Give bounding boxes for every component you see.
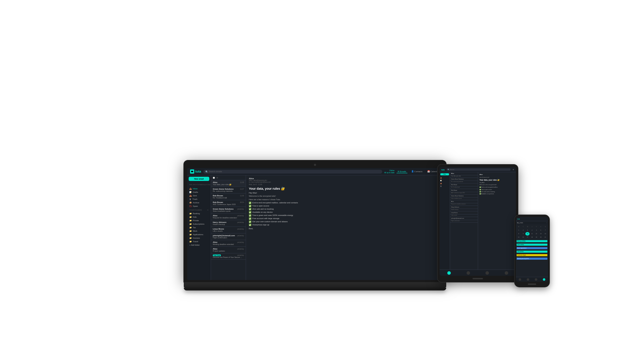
feature-6: ✅ Free account with large storage (249, 217, 440, 220)
tablet-trash-item[interactable]: 🗑 (440, 185, 450, 188)
phone-home-button[interactable] (528, 284, 536, 285)
phone-event-5[interactable]: Conference Japan (517, 254, 547, 256)
sidebar-item-drafts[interactable]: 📝 Drafts (187, 190, 211, 194)
tablet-inbox-item[interactable]: 📥 (440, 176, 450, 179)
tablet-list-item-3[interactable]: Rob Brown (450, 183, 478, 187)
phone-calendar-icon[interactable] (543, 278, 545, 281)
email-item-alice-2[interactable]: Alice yesterday Request for deadline ext… (211, 214, 246, 220)
email-item-greenhoме[interactable]: Green Home Solutions 11:07 Re: outsourci… (211, 187, 246, 194)
tablet-list-item-8[interactable]: Linus Bronx (450, 211, 478, 215)
folder-icon: 📁 (189, 237, 192, 239)
phone-event-3[interactable]: Doctor appointment (517, 247, 547, 249)
sidebar-item-sent[interactable]: 📤 Sent (187, 194, 211, 197)
phone-contacts-icon[interactable] (535, 278, 537, 281)
tablet-bezel: tuta 🔍 Search ⚙ New 📥 📝 📤 🗑 (438, 164, 518, 282)
tablet-app-header: tuta 🔍 Search ⚙ (440, 167, 516, 172)
sidebar-item-subscriptions[interactable]: 📁 Subscriptions (187, 222, 211, 226)
tablet-mail-icon[interactable] (447, 271, 451, 275)
tablet-calendar-icon[interactable] (505, 271, 508, 275)
add-folder-button[interactable]: + Add folder (187, 243, 211, 247)
tablet-contacts-icon[interactable] (485, 271, 489, 275)
tablet-email-app: tuta 🔍 Search ⚙ New 📥 📝 📤 🗑 (440, 167, 516, 276)
tablet-list-item-6[interactable]: Alice (450, 200, 478, 203)
feature-3: ✅ Zero ads and no tracking (249, 208, 440, 210)
logo-text: tuta (195, 170, 201, 173)
feature-5: ✅ Tuta is green and uses 100% renewable … (249, 214, 440, 217)
sidebar-item-travel[interactable]: 📁 Travel (187, 240, 211, 243)
tablet: tuta 🔍 Search ⚙ New 📥 📝 📤 🗑 (438, 164, 518, 282)
tablet-content: Alice alice@tutanota.de Your data, your … (478, 172, 516, 270)
edit-folders-icon[interactable]: ✏ (207, 209, 209, 211)
tab-emails[interactable]: ✉ Emails (397, 170, 407, 173)
filter-icon[interactable]: ⚙ (216, 176, 218, 179)
tablet-list-item-4[interactable]: Rob Brown (450, 189, 478, 192)
tablet-new-email[interactable]: New (440, 173, 449, 175)
phone-event-1[interactable]: Meeting with Alice (517, 240, 547, 242)
sidebar-item-trash[interactable]: 🗑 Trash (187, 197, 211, 201)
tab-contacts[interactable]: 👤 Contacts (410, 170, 424, 173)
select-all-checkbox[interactable] (213, 177, 215, 179)
email-item-linus[interactable]: Linus Bronx yesterday Lilly's results (211, 227, 246, 233)
sidebar-account: MAX.MUSTERMANN@TUTA.COM (187, 183, 211, 186)
tablet-search-icon[interactable] (467, 271, 470, 275)
laptop: tuta 🔍 Search emails Online All up to da… (184, 160, 446, 290)
email-item-green-2[interactable]: Green Home Solutions yesterday Solar ins… (211, 207, 246, 214)
email-item-rob-2[interactable]: Rob Brown 08:54 ANC Conference Japan 202… (211, 200, 246, 207)
tablet-list-item-2[interactable]: Green Home Solutions (450, 178, 478, 181)
email-app: tuta 🔍 Search emails Online All up to da… (187, 168, 443, 280)
sidebar-item-archive[interactable]: 📦 Archive (187, 201, 211, 204)
tablet-list-item-1[interactable]: Alice (450, 172, 478, 175)
search-placeholder: Search emails (209, 170, 222, 173)
phone-cal-row-3: 15 16 17 18 19 20 21 (517, 236, 547, 239)
laptop-bezel: tuta 🔍 Search emails Online All up to da… (184, 160, 446, 282)
sidebar-item-private[interactable]: 📁 Private (187, 219, 211, 222)
email-item-harry[interactable]: Harry Johnson yesterday Health checkup (211, 220, 246, 227)
phone-search-icon[interactable] (527, 278, 529, 281)
email-item-alice-1[interactable]: Alice 11:08 Your data, your rules 🔐 (211, 180, 246, 187)
tablet-drafts-item[interactable]: 📝 (440, 179, 450, 182)
tablet-search[interactable]: 🔍 Search (447, 168, 511, 171)
tablet-body: New 📥 📝 📤 🗑 Alice Your data, your rules … (440, 172, 516, 270)
sidebar-item-kids[interactable]: 📁 Kids (187, 215, 211, 219)
email-item-rob-1[interactable]: Rob Brown 11:06 Re: Feedback talk (211, 194, 246, 200)
folder-icon: 📁 (189, 230, 192, 232)
email-date: Wed, Jun 5 · 11:08 (249, 184, 440, 186)
tablet-home-button[interactable] (472, 278, 483, 279)
phone-event-6[interactable]: Security green & get free (517, 258, 547, 260)
sidebar-item-invoices[interactable]: 📁 Invoices (187, 236, 211, 240)
app-body: New email MAX.MUSTERMANN@TUTA.COM 📥 Inbo… (187, 175, 443, 280)
tablet-sent-item[interactable]: 📤 (440, 182, 450, 185)
sidebar-item-spam[interactable]: 🚫 Spam (187, 204, 211, 208)
tablet-list-item-7[interactable]: Harry Johnson (450, 206, 478, 209)
sent-icon: 📤 (189, 195, 192, 197)
tablet-screen: tuta 🔍 Search ⚙ New 📥 📝 📤 🗑 (440, 167, 516, 276)
email-content: Alice Alice <alice@tutanota.de> to: max.… (246, 175, 443, 280)
tablet-list-item-9[interactable]: johnright@tutamail.com (450, 217, 478, 220)
email-content-header: Alice Alice <alice@tutanota.de> to: max.… (249, 177, 440, 186)
sidebar-item-banking[interactable]: 📁 Banking (187, 212, 211, 215)
drafts-icon: 📝 (189, 191, 192, 193)
email-greeting: Hey Max! (249, 192, 440, 194)
phone-event-2[interactable]: Team standup (517, 244, 547, 246)
folder-icon: 📁 (189, 233, 192, 236)
email-list: ⚙ Alice 11:08 Your data, your rules 🔐 (211, 175, 246, 280)
email-item-tuta-team[interactable]: Tuta Team yesterday Discover the Power o… (211, 253, 246, 260)
phone-cal-nav[interactable]: › (547, 222, 547, 224)
tablet-list-item-5[interactable]: Green Home Solutions (450, 195, 478, 198)
new-email-button[interactable]: New email (189, 177, 209, 181)
sidebar-item-work[interactable]: 📁 Work (187, 229, 211, 233)
phone-event-4[interactable]: Call with Rob (517, 251, 547, 253)
email-item-johnright[interactable]: johnright@tutamail.com yesterday Flight … (211, 233, 246, 240)
sidebar-item-applications[interactable]: 📁 Applications (187, 233, 211, 236)
email-item-alice-4[interactable]: Alice yesterday Project updates (211, 247, 246, 253)
sidebar-item-inbox[interactable]: 📥 Inbox (187, 187, 211, 190)
sidebar-item-tax[interactable]: 📁 Tax (187, 226, 211, 229)
tablet-email-title: Your data, your rules 🔐 (478, 178, 516, 182)
phone-bottom-bar (516, 277, 548, 282)
feature-available-any-device: ✅ Available on any device (249, 211, 440, 214)
laptop-screen: tuta 🔍 Search emails Online All up to da… (187, 168, 443, 280)
email-item-alice-3[interactable]: Alice yesterday Meeting deadline extende… (211, 240, 246, 247)
app-logo: tuta (190, 169, 201, 174)
phone-mail-icon[interactable] (519, 278, 521, 281)
search-bar[interactable]: 🔍 Search emails (203, 170, 382, 174)
